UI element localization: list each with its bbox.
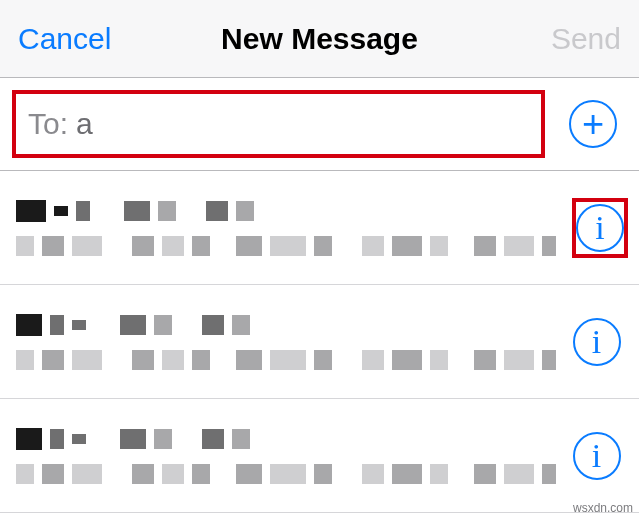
info-button-highlight: i <box>572 198 628 258</box>
suggestion-name-redacted <box>16 428 556 450</box>
info-button[interactable]: i <box>572 312 621 372</box>
cancel-button[interactable]: Cancel <box>18 22 111 56</box>
plus-icon: + <box>569 100 617 148</box>
add-contact-button[interactable]: + <box>565 96 621 152</box>
suggestion-name-redacted <box>16 200 556 222</box>
suggestion-name-redacted <box>16 314 556 336</box>
send-button: Send <box>551 22 621 56</box>
suggestion-list: i i <box>0 171 639 513</box>
suggestion-item[interactable]: i <box>0 285 639 399</box>
suggestion-content <box>16 428 556 484</box>
suggestion-content <box>16 314 556 370</box>
info-icon: i <box>573 432 621 480</box>
suggestion-detail-redacted <box>16 350 556 370</box>
suggestion-detail-redacted <box>16 464 556 484</box>
info-icon[interactable]: i <box>576 204 624 252</box>
to-label: To: <box>28 107 68 141</box>
suggestion-item[interactable]: i <box>0 399 639 513</box>
to-field-highlight: To: <box>12 90 545 158</box>
watermark: wsxdn.com <box>573 501 633 515</box>
to-input[interactable] <box>76 107 529 141</box>
suggestion-detail-redacted <box>16 236 556 256</box>
navigation-bar: Cancel New Message Send <box>0 0 639 78</box>
info-button[interactable]: i <box>572 426 621 486</box>
suggestion-content <box>16 200 556 256</box>
info-icon: i <box>573 318 621 366</box>
to-field-row: To: + <box>0 78 639 171</box>
page-title: New Message <box>221 22 418 56</box>
suggestion-item[interactable]: i <box>0 171 639 285</box>
